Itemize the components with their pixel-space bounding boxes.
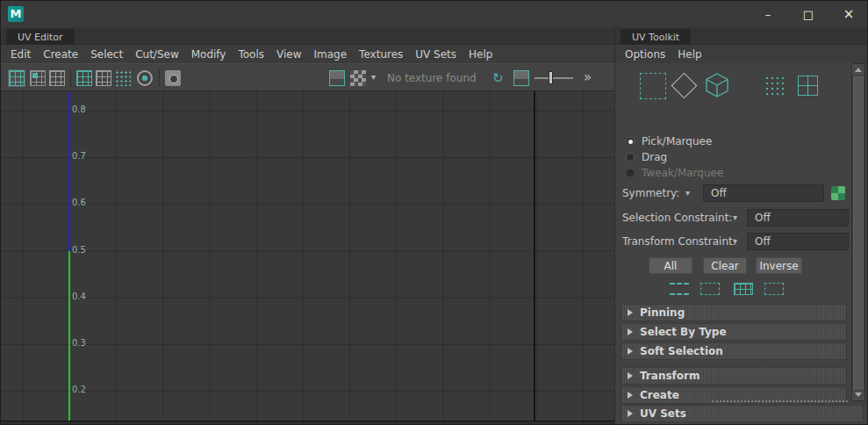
radio-row-drag[interactable]: Drag bbox=[626, 151, 667, 163]
scrollbar-thumb[interactable] bbox=[853, 76, 864, 389]
transform-constraint-caret[interactable]: ▾ bbox=[733, 236, 737, 246]
radio-drag[interactable] bbox=[626, 153, 635, 162]
texture-dropdown-caret[interactable]: ▾ bbox=[371, 72, 376, 82]
symmetry-topology-icon[interactable] bbox=[831, 186, 845, 200]
clear-button[interactable]: Clear bbox=[703, 257, 747, 274]
selection-constraint-caret[interactable]: ▾ bbox=[733, 212, 737, 222]
toolkit-scrollbar[interactable] bbox=[851, 63, 865, 401]
menu-toolkit-help[interactable]: Help bbox=[671, 48, 707, 61]
tab-uv-toolkit[interactable]: UV Toolkit bbox=[621, 29, 691, 47]
menu-select[interactable]: Select bbox=[84, 48, 129, 61]
menu-create[interactable]: Create bbox=[37, 48, 84, 61]
editor-tabstrip: UV Editor bbox=[1, 27, 615, 45]
grid-label: 0.5 bbox=[72, 245, 86, 255]
transform-constraint-label: Transform Constraint: bbox=[622, 235, 736, 248]
inverse-button[interactable]: Inverse bbox=[756, 257, 802, 274]
isolate-select-icon[interactable] bbox=[137, 70, 153, 86]
radio-row-pick-marquee[interactable]: Pick/Marquee bbox=[626, 135, 712, 148]
arrow-up-icon bbox=[855, 68, 862, 72]
uv-canvas[interactable]: 0.8 0.7 0.6 0.5 0.4 0.3 0.2 bbox=[1, 91, 615, 425]
menu-textures[interactable]: Textures bbox=[353, 48, 409, 61]
section-uv-sets[interactable]: UV Sets bbox=[621, 405, 864, 422]
radio-row-tweak-marquee: Tweak/Marquee bbox=[626, 167, 723, 179]
menu-tools[interactable]: Tools bbox=[232, 48, 270, 61]
texture-status-text: No texture found bbox=[387, 72, 477, 84]
menu-uv-sets[interactable]: UV Sets bbox=[409, 48, 463, 61]
section-transform[interactable]: Transform bbox=[621, 367, 847, 385]
editor-menubar: Edit Create Select Cut/Sew Modify Tools … bbox=[1, 45, 615, 63]
grow-selection-icon[interactable] bbox=[670, 283, 689, 295]
tab-uv-editor[interactable]: UV Editor bbox=[6, 29, 75, 47]
grid-label: 0.3 bbox=[72, 338, 86, 348]
select-border-icon[interactable] bbox=[764, 283, 784, 295]
object-cube-icon[interactable] bbox=[703, 71, 731, 99]
section-pinning[interactable]: Pinning bbox=[621, 304, 847, 321]
uv-snapshot-camera-icon[interactable] bbox=[165, 70, 181, 86]
toolkit-menubar: Options Help bbox=[615, 45, 868, 63]
section-soft-selection[interactable]: Soft Selection bbox=[621, 342, 847, 360]
marquee-select-tool-icon[interactable] bbox=[640, 73, 666, 99]
exposure-slider-track[interactable] bbox=[534, 77, 573, 79]
uv-toolkit-panel: Pick/Marquee Drag Tweak/Marquee Symmetry… bbox=[615, 63, 868, 425]
v-axis-blue-segment bbox=[68, 91, 70, 251]
selection-constraint-field[interactable]: Off bbox=[747, 209, 849, 227]
panel-resize-grip[interactable] bbox=[712, 400, 848, 402]
symmetry-dropdown-caret[interactable]: ▾ bbox=[685, 188, 690, 198]
pixel-snap-icon[interactable] bbox=[115, 70, 131, 86]
grid-label: 0.7 bbox=[72, 151, 86, 161]
minimize-button[interactable]: – bbox=[748, 1, 788, 27]
expand-triangle-icon bbox=[628, 328, 633, 335]
expand-triangle-icon bbox=[628, 392, 633, 399]
uv-shell-display-icon[interactable] bbox=[9, 70, 25, 86]
grid-label: 0.8 bbox=[72, 104, 86, 114]
display-image-icon[interactable] bbox=[329, 70, 345, 86]
grid-label: 0.4 bbox=[72, 292, 86, 301]
grid-display-icon[interactable] bbox=[96, 70, 111, 86]
refresh-texture-icon[interactable]: ↻ bbox=[492, 70, 508, 86]
menu-help[interactable]: Help bbox=[463, 48, 499, 61]
arrow-down-icon bbox=[855, 393, 862, 397]
exposure-slider-handle[interactable] bbox=[549, 71, 553, 84]
component-diamond-icon[interactable] bbox=[671, 73, 698, 99]
symmetry-label: Symmetry: bbox=[622, 187, 679, 199]
symmetry-row: Symmetry: ▾ Off bbox=[615, 184, 868, 202]
menu-edit[interactable]: Edit bbox=[4, 48, 37, 61]
toolkit-tabstrip: UV Toolkit bbox=[615, 27, 868, 45]
selection-buttons-row: All Clear Inverse bbox=[615, 257, 868, 275]
uv-distortion-icon[interactable] bbox=[30, 70, 46, 86]
v-axis-green-segment bbox=[68, 251, 70, 421]
toolbar-expand-chevrons[interactable]: » bbox=[584, 69, 590, 85]
uv-points-tool-icon[interactable] bbox=[764, 76, 785, 96]
checker-texture-icon[interactable] bbox=[350, 70, 366, 86]
toolbar-separator-2 bbox=[159, 69, 160, 87]
editor-toolbar: ▾ No texture found ↻ » bbox=[1, 63, 615, 91]
transform-constraint-field[interactable]: Off bbox=[747, 233, 849, 250]
menu-view[interactable]: View bbox=[270, 48, 307, 61]
transform-constraint-row: Transform Constraint: ▾ Off bbox=[615, 233, 868, 250]
expand-triangle-icon bbox=[628, 372, 633, 379]
menu-image[interactable]: Image bbox=[308, 48, 354, 61]
radio-tweak-marquee bbox=[626, 169, 635, 177]
select-shell-icon[interactable] bbox=[734, 283, 753, 295]
menu-cut-sew[interactable]: Cut/Sew bbox=[129, 48, 185, 61]
u1-boundary-line bbox=[534, 91, 535, 425]
close-button[interactable]: × bbox=[829, 1, 868, 27]
selection-utility-icons-row bbox=[615, 283, 868, 300]
tile-layout-icon[interactable] bbox=[798, 76, 818, 96]
uv-checker-display-icon[interactable] bbox=[49, 70, 65, 86]
scroll-up-button[interactable] bbox=[852, 64, 864, 76]
image-range-icon[interactable] bbox=[513, 70, 529, 86]
title-bar[interactable]: M – □ × bbox=[1, 1, 868, 27]
section-select-by-type[interactable]: Select By Type bbox=[621, 323, 847, 341]
symmetry-value-field[interactable]: Off bbox=[703, 184, 824, 202]
maximize-button[interactable]: □ bbox=[788, 1, 829, 27]
shrink-selection-icon[interactable] bbox=[700, 283, 720, 295]
menu-modify[interactable]: Modify bbox=[185, 48, 233, 61]
maya-logo-icon: M bbox=[8, 6, 24, 22]
scroll-down-button[interactable] bbox=[852, 389, 864, 400]
menu-options[interactable]: Options bbox=[619, 48, 671, 61]
radio-pick-marquee[interactable] bbox=[626, 137, 635, 146]
all-button[interactable]: All bbox=[649, 257, 692, 274]
maya-uv-editor-window: M – □ × UV Editor UV Toolkit Edit Create… bbox=[0, 0, 868, 425]
border-edges-icon[interactable] bbox=[76, 70, 92, 86]
